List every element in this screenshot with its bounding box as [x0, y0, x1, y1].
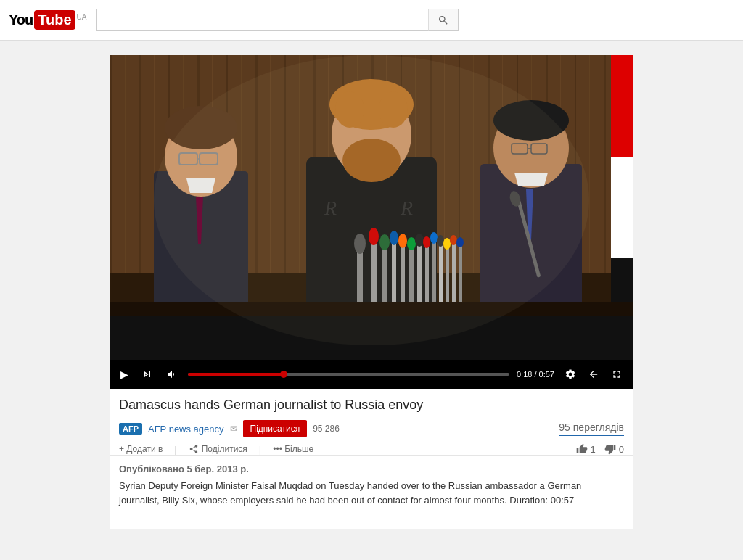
search-bar — [96, 9, 459, 30]
published-section: Опубліковано 5 бер. 2013 р. Syrian Deput… — [110, 456, 633, 514]
youtube-logo[interactable]: YouTubeUA — [9, 10, 87, 30]
video-thumbnail[interactable]: R R — [110, 55, 633, 360]
fullscreen-button[interactable] — [608, 367, 625, 382]
header: YouTubeUA — [0, 0, 743, 41]
thumbs-up-icon — [576, 443, 588, 455]
volume-button[interactable] — [163, 367, 181, 382]
published-date: Опубліковано 5 бер. 2013 р. — [119, 464, 624, 474]
like-button[interactable]: 1 — [576, 443, 596, 455]
separator-1: | — [174, 444, 176, 455]
skip-next-icon — [141, 368, 153, 380]
time-display: 0:18 / 0:57 — [517, 370, 554, 379]
logo-ua: UA — [77, 13, 87, 21]
right-controls — [562, 367, 625, 382]
play-icon: ▶ — [120, 368, 128, 380]
video-info: Damascus hands German journalist to Russ… — [110, 389, 633, 456]
logo-you: You — [9, 12, 33, 28]
svg-rect-8 — [611, 55, 633, 157]
video-player: R R — [110, 55, 633, 389]
afp-badge: AFP — [119, 423, 142, 435]
search-icon — [438, 15, 449, 26]
add-to-button[interactable]: + Додати в — [119, 444, 163, 454]
video-controls: ▶ 0:18 / 0:57 — [110, 360, 633, 389]
play-button[interactable]: ▶ — [118, 367, 131, 382]
subscriber-count: 95 286 — [313, 424, 340, 434]
page-content: R R — [110, 55, 633, 529]
search-button[interactable] — [428, 9, 459, 30]
more-button[interactable]: ••• Більше — [273, 444, 313, 454]
separator-2: | — [259, 444, 261, 455]
share-icon — [189, 444, 199, 454]
video-actions-row: + Додати в | Поділитися | ••• Більше 1 — [119, 443, 624, 455]
video-title: Damascus hands German journalist to Russ… — [119, 398, 624, 413]
thumbs-down-icon — [604, 443, 616, 455]
channel-link[interactable]: AFP news agency — [148, 424, 224, 435]
miniplayer-button[interactable] — [585, 367, 602, 382]
logo-tube: Tube — [34, 10, 75, 30]
dislike-count: 0 — [619, 444, 624, 455]
progress-dot — [280, 371, 287, 378]
search-input[interactable] — [96, 9, 428, 30]
like-dislike-row: 1 0 — [576, 443, 624, 455]
view-count: 95 переглядів — [559, 421, 624, 436]
share-button[interactable]: Поділитися — [189, 444, 247, 454]
svg-rect-9 — [611, 157, 633, 258]
volume-icon — [166, 368, 178, 380]
video-scene: R R — [110, 55, 633, 360]
svg-point-65 — [154, 55, 589, 345]
like-count: 1 — [591, 444, 596, 455]
fullscreen-icon — [611, 368, 623, 380]
video-description: Syrian Deputy Foreign Minister Faisal Mu… — [119, 479, 624, 507]
verified-icon: ✉ — [230, 424, 237, 434]
channel-row: AFP AFP news agency ✉ Підписатися 95 286… — [119, 420, 624, 437]
miniplayer-icon — [588, 368, 599, 380]
progress-bar[interactable] — [188, 373, 509, 376]
settings-button[interactable] — [562, 367, 579, 382]
dislike-button[interactable]: 0 — [604, 443, 624, 455]
subscribe-button[interactable]: Підписатися — [243, 420, 308, 437]
settings-icon — [565, 368, 576, 380]
progress-fill — [188, 373, 287, 376]
next-button[interactable] — [139, 367, 156, 382]
